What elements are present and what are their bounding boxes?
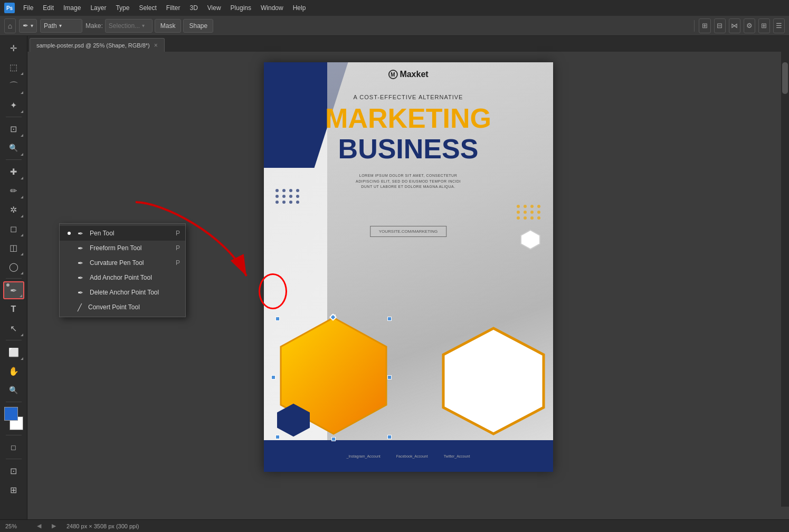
eraser-tool[interactable]: ◻ — [3, 220, 24, 238]
brush-icon: ✏ — [10, 186, 17, 196]
menu-layer[interactable]: Layer — [86, 3, 110, 13]
lasso-tool[interactable]: ⌒ — [3, 77, 24, 95]
text-tool[interactable]: T — [3, 300, 24, 318]
quick-mask-toggle[interactable]: ◻ — [3, 438, 24, 456]
poster-body-text: LOREM IPSUM DOLOR SIT AMET, CONSECTETUR … — [356, 173, 461, 190]
add-anchor-check-icon — [65, 273, 73, 282]
zoom-tool[interactable]: 🔍 — [3, 381, 24, 399]
menu-file[interactable]: File — [19, 3, 37, 13]
context-menu-item-delete-anchor[interactable]: ✒ Delete Anchor Point Tool — [60, 285, 185, 300]
context-menu-item-curvature[interactable]: ✒ Curvature Pen Tool P — [60, 255, 185, 270]
curvature-pen-icon: ✒ — [78, 259, 83, 267]
eraser-icon: ◻ — [10, 224, 17, 234]
menu-help[interactable]: Help — [289, 3, 310, 13]
color-swatches[interactable] — [2, 407, 25, 430]
curvature-label: Curvature Pen Tool — [90, 259, 144, 267]
eyedropper-tool[interactable]: 🔍 — [3, 139, 24, 157]
delete-anchor-check-icon — [65, 288, 73, 297]
path-ops-button[interactable]: ⊞ — [699, 18, 710, 33]
menu-filter[interactable]: Filter — [162, 3, 185, 13]
context-menu-item-convert-point[interactable]: ╱ Convert Point Tool — [60, 300, 185, 315]
foreground-color-swatch[interactable] — [4, 407, 18, 421]
path-mode-label: Path — [44, 22, 57, 30]
nav-next-button[interactable]: ▶ — [52, 522, 56, 529]
social-facebook: Facebook_Account — [396, 454, 428, 458]
marquee-tool-icon: ⬚ — [9, 62, 17, 72]
hexagon-white — [438, 323, 549, 439]
gradient-tool[interactable]: ◫ — [3, 239, 24, 256]
mask-button[interactable]: Mask — [155, 19, 182, 33]
tool-sep-5 — [6, 402, 22, 402]
crop-tool[interactable]: ⊡ — [3, 120, 24, 138]
vertical-scrollbar[interactable] — [781, 52, 789, 507]
path-select-icon: ↖ — [10, 324, 17, 334]
tool-sep-6 — [6, 435, 22, 435]
menu-type[interactable]: Type — [111, 3, 134, 13]
hand-tool[interactable]: ✋ — [3, 362, 24, 380]
selection-handle-mr — [387, 375, 392, 379]
logo-icon: M — [388, 70, 397, 79]
scroll-thumb[interactable] — [782, 62, 788, 94]
artboard-icon: ⊞ — [10, 485, 17, 495]
menu-view[interactable]: View — [203, 3, 225, 13]
screen-mode-btn[interactable]: ⊡ — [3, 462, 24, 480]
menu-edit[interactable]: Edit — [39, 3, 58, 13]
shape-tool[interactable]: ⬜ — [3, 343, 24, 361]
options-separator-1 — [694, 20, 695, 32]
nav-prev-button[interactable]: ◀ — [37, 522, 41, 529]
selection-handle-tl — [275, 317, 280, 321]
options-bar: ⌂ ✒ ▾ Path ▾ Make: Selection... ▾ Mask S… — [0, 16, 789, 36]
menu-window[interactable]: Window — [256, 3, 288, 13]
menu-3d[interactable]: 3D — [185, 3, 202, 13]
document-tab[interactable]: sample-poster.psd @ 25% (Shape, RGB/8*) … — [30, 38, 165, 52]
quick-select-tool[interactable]: ✦ — [3, 96, 24, 114]
pen-tool-label: Pen Tool — [90, 230, 114, 237]
freeform-check-icon — [65, 244, 73, 252]
toolbar: ✛ ⬚ ⌒ ✦ ⊡ 🔍 ✚ ✏ — [0, 36, 27, 519]
stamp-tool[interactable]: ✲ — [3, 201, 24, 218]
context-menu-item-pen-tool[interactable]: ✒ Pen Tool P — [60, 226, 185, 241]
pen-tool-btn[interactable]: ✒ — [3, 281, 24, 299]
path-mode-dropdown[interactable]: Path ▾ — [40, 19, 82, 33]
context-menu-item-freeform[interactable]: ✒ Freeform Pen Tool P — [60, 241, 185, 255]
pen-tool-pen-icon: ✒ — [78, 230, 83, 238]
artboard-btn[interactable]: ⊞ — [3, 481, 24, 499]
shape-button[interactable]: Shape — [183, 19, 213, 33]
hexagon-small-white — [519, 229, 541, 251]
dodge-tool[interactable]: ◯ — [3, 258, 24, 276]
menu-select[interactable]: Select — [135, 3, 160, 13]
tool-sep-3 — [6, 278, 22, 279]
path-select-tool[interactable]: ↖ — [3, 319, 24, 337]
selection-placeholder: Selection... — [109, 22, 140, 30]
menu-plugins[interactable]: Plugins — [226, 3, 255, 13]
brush-tool[interactable]: ✏ — [3, 182, 24, 200]
heal-icon: ✚ — [10, 167, 17, 177]
path-panels-button[interactable]: ☰ — [773, 18, 785, 33]
hand-tool-icon: ✋ — [8, 366, 19, 376]
marquee-tool[interactable]: ⬚ — [3, 58, 24, 76]
path-align-button[interactable]: ⊟ — [714, 18, 726, 33]
menu-image[interactable]: Image — [59, 3, 85, 13]
svg-marker-3 — [521, 230, 540, 249]
path-arrange-button[interactable]: ⋈ — [729, 18, 740, 33]
pen-tool-btn-icon: ✒ — [10, 286, 17, 296]
selection-handle-tr — [387, 317, 392, 321]
tab-bar: sample-poster.psd @ 25% (Shape, RGB/8*) … — [27, 36, 789, 52]
poster-container: M Maxket A COST-EFFECTIVE ALTERNATIVE MA… — [264, 62, 553, 472]
home-button[interactable]: ⌂ — [4, 18, 16, 33]
poster-title2: BUSINESS — [338, 135, 479, 163]
path-more-button[interactable]: ⊞ — [758, 18, 770, 33]
pen-tool-shortcut: P — [176, 230, 180, 237]
make-dropdown[interactable]: Selection... ▾ — [105, 19, 153, 33]
dodge-icon: ◯ — [9, 262, 18, 272]
path-settings-button[interactable]: ⚙ — [744, 18, 755, 33]
add-anchor-label: Add Anchor Point Tool — [90, 274, 152, 281]
pen-tool-dropdown[interactable]: ✒ ▾ — [19, 19, 37, 33]
heal-tool[interactable]: ✚ — [3, 163, 24, 180]
tab-close-button[interactable]: × — [154, 42, 158, 49]
make-label: Make: — [85, 22, 103, 30]
tool-sep-2 — [6, 159, 22, 160]
context-menu-item-add-anchor[interactable]: ✒ Add Anchor Point Tool — [60, 270, 185, 285]
selection-handle-bl — [275, 435, 280, 439]
move-tool[interactable]: ✛ — [3, 39, 24, 57]
